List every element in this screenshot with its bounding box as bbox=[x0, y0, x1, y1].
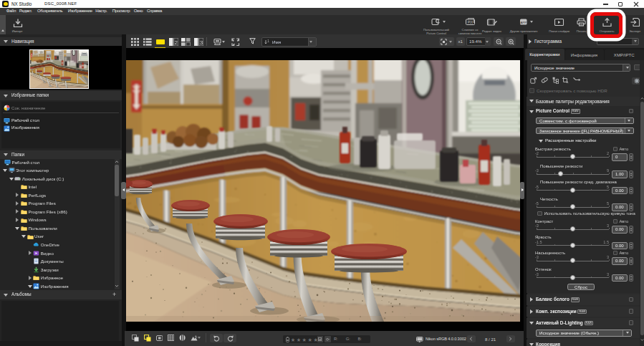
svg-text:PIX: PIX bbox=[467, 21, 472, 24]
svg-text:2: 2 bbox=[174, 39, 178, 46]
svg-text:1: 1 bbox=[267, 39, 269, 43]
svg-text:APP: APP bbox=[520, 21, 527, 24]
svg-text:3: 3 bbox=[200, 39, 203, 46]
